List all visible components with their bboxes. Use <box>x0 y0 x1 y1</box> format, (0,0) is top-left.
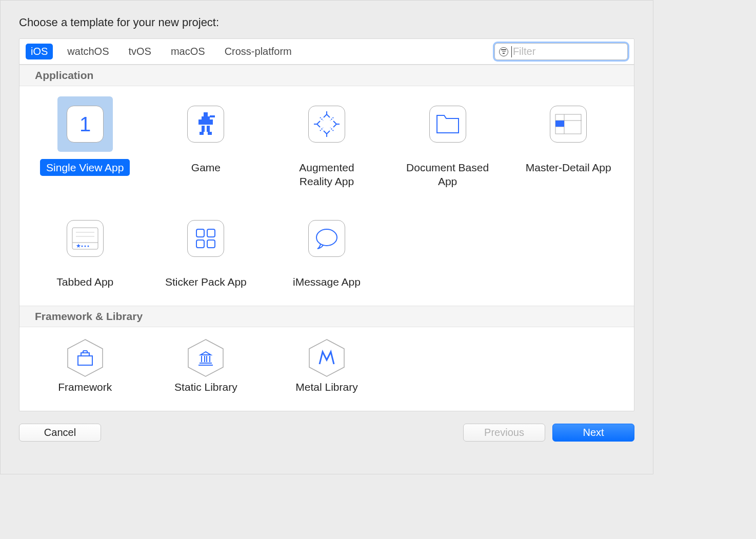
metal-library-icon <box>306 337 347 378</box>
svg-marker-36 <box>201 352 211 355</box>
template-static-library[interactable]: Static Library <box>146 337 267 395</box>
tab-crossplatform[interactable]: Cross-platform <box>220 44 297 59</box>
svg-marker-43 <box>309 340 344 376</box>
template-label: Static Library <box>168 378 244 395</box>
template-single-view-app[interactable]: 1 Single View App <box>25 96 146 190</box>
text-cursor <box>511 46 512 57</box>
framework-icon <box>65 337 106 378</box>
template-label: Tabbed App <box>50 273 120 290</box>
tab-ios[interactable]: iOS <box>26 44 53 59</box>
platform-tabbar: iOS watchOS tvOS macOS Cross-platform <box>19 39 634 65</box>
section-header-framework: Framework & Library <box>19 306 634 327</box>
single-view-app-icon: 1 <box>57 96 113 152</box>
template-tabbed-app[interactable]: ★ Tabbed App <box>25 211 146 290</box>
template-label: Metal Library <box>289 378 364 395</box>
tab-tvos[interactable]: tvOS <box>124 44 156 59</box>
svg-rect-24 <box>196 229 204 237</box>
svg-rect-26 <box>196 240 204 248</box>
imessage-icon <box>299 211 354 266</box>
template-label: Game <box>185 159 227 176</box>
section-header-application: Application <box>19 65 634 86</box>
filter-field-wrap[interactable] <box>494 43 628 60</box>
svg-text:1: 1 <box>79 113 91 135</box>
template-master-detail-app[interactable]: Master-Detail App <box>508 96 629 190</box>
svg-rect-30 <box>78 356 92 365</box>
svg-rect-31 <box>81 353 89 356</box>
template-document-app[interactable]: Document Based App <box>387 96 508 190</box>
application-grid: 1 Single View App <box>19 86 634 306</box>
template-chooser-window: Choose a template for your new project: … <box>0 0 653 474</box>
svg-rect-1 <box>204 112 208 116</box>
framework-grid: Framework <box>19 327 634 411</box>
filter-input[interactable] <box>513 46 623 57</box>
svg-rect-7 <box>207 126 210 132</box>
template-label: iMessage App <box>287 273 367 290</box>
template-framework[interactable]: Framework <box>25 337 146 395</box>
static-library-icon <box>185 337 226 378</box>
tab-macos[interactable]: macOS <box>166 44 210 59</box>
svg-rect-6 <box>202 126 205 132</box>
svg-rect-10 <box>210 115 215 117</box>
template-label: Document Based App <box>396 159 499 190</box>
svg-rect-27 <box>207 240 215 248</box>
template-game[interactable]: Game <box>146 96 267 190</box>
svg-rect-15 <box>555 121 564 127</box>
svg-marker-29 <box>68 340 103 376</box>
footer: Cancel Previous Next <box>19 411 634 454</box>
svg-point-21 <box>81 245 83 247</box>
game-icon <box>178 96 233 152</box>
template-label: Sticker Pack App <box>159 273 253 290</box>
svg-rect-25 <box>207 229 215 237</box>
template-ar-app[interactable]: Augmented Reality App <box>266 96 387 190</box>
next-button[interactable]: Next <box>552 424 634 442</box>
tab-watchos[interactable]: watchOS <box>62 44 114 59</box>
template-label: Framework <box>52 378 118 395</box>
svg-marker-35 <box>188 340 223 376</box>
window-title: Choose a template for your new project: <box>19 16 634 29</box>
sticker-icon <box>178 211 233 266</box>
svg-rect-8 <box>200 132 204 135</box>
template-imessage-app[interactable]: iMessage App <box>266 211 387 290</box>
svg-point-28 <box>316 229 337 246</box>
template-metal-library[interactable]: Metal Library <box>266 337 387 395</box>
ar-icon <box>299 96 354 152</box>
svg-rect-5 <box>203 119 209 125</box>
content-box: iOS watchOS tvOS macOS Cross-platform Ap… <box>19 38 634 411</box>
svg-rect-9 <box>208 132 212 135</box>
previous-button: Previous <box>463 424 545 442</box>
template-label: Single View App <box>40 159 130 176</box>
cancel-button[interactable]: Cancel <box>19 424 101 442</box>
svg-point-22 <box>84 245 86 247</box>
template-sticker-pack-app[interactable]: Sticker Pack App <box>146 211 267 290</box>
svg-text:★: ★ <box>76 243 81 249</box>
svg-rect-4 <box>209 119 213 125</box>
filter-icon <box>499 47 508 56</box>
tabbed-icon: ★ <box>57 211 113 266</box>
template-label: Augmented Reality App <box>275 159 378 190</box>
template-label: Master-Detail App <box>520 159 618 176</box>
svg-rect-2 <box>202 116 210 119</box>
svg-rect-3 <box>198 119 203 125</box>
document-icon <box>420 96 475 152</box>
svg-point-23 <box>87 245 89 247</box>
master-detail-icon <box>541 96 596 152</box>
